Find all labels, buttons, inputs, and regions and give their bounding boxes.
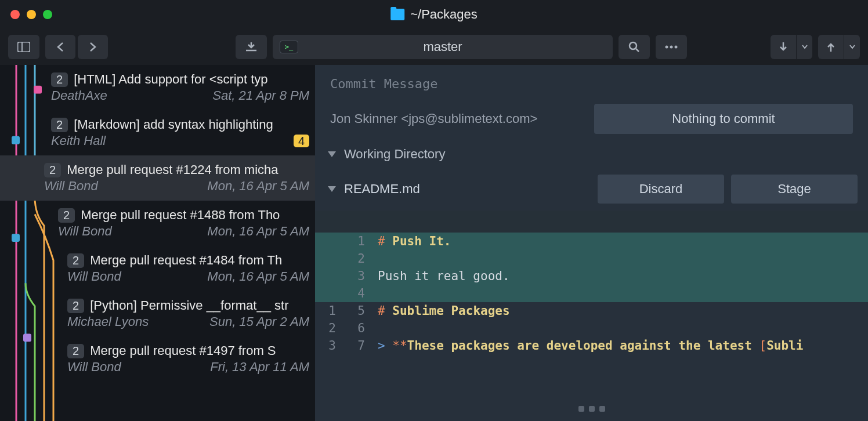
diff-line: 3Push it real good. xyxy=(315,267,868,285)
file-name: README.md xyxy=(344,182,420,197)
diff-line: 37> **These packages are developed again… xyxy=(315,337,868,354)
commit-time: Mon, 16 Apr 5 AM xyxy=(207,269,309,284)
back-button[interactable] xyxy=(45,35,75,59)
commit-author: Michael Lyons xyxy=(67,314,149,329)
commit-row[interactable]: 2[Markdown] add syntax highlightingKeith… xyxy=(0,110,315,155)
traffic-lights xyxy=(10,10,52,19)
commit-title-text: Merge pull request #1484 from Th xyxy=(90,253,282,268)
diff-view: 1# Push It.23Push it real good.415# Subl… xyxy=(315,233,868,354)
diff-hunk-header xyxy=(315,210,868,233)
commit-time: Sat, 21 Apr 8 PM xyxy=(212,88,309,103)
commit-row[interactable]: 2Merge pull request #1224 from michaWill… xyxy=(0,155,315,201)
titlebar: ~/Packages xyxy=(0,0,868,29)
commit-title-text: [HTML] Add support for <script typ xyxy=(74,72,267,87)
commit-author: Will Bond xyxy=(67,360,121,375)
commit-badge: 2 xyxy=(58,208,75,223)
minimize-window-button[interactable] xyxy=(27,10,36,19)
forward-button[interactable] xyxy=(78,35,108,59)
file-row[interactable]: README.md Discard Stage xyxy=(315,168,868,210)
commit-author: Will Bond xyxy=(44,179,98,194)
commit-title-text: Merge pull request #1224 from micha xyxy=(67,162,278,177)
svg-rect-0 xyxy=(18,42,30,52)
diff-line: 4 xyxy=(315,285,868,302)
sidebar-toggle-button[interactable] xyxy=(8,35,39,59)
commit-title-text: [Python] Permissive __format__ str xyxy=(90,298,288,313)
close-window-button[interactable] xyxy=(10,10,20,19)
diff-line: 26 xyxy=(315,320,868,337)
commit-badge: 2 xyxy=(44,163,61,177)
commit-title-text: [Markdown] add syntax highlighting xyxy=(74,117,273,132)
diff-line: 1# Push It. xyxy=(315,233,868,250)
maximize-window-button[interactable] xyxy=(43,10,52,19)
branch-selector[interactable]: >_ master xyxy=(273,35,613,59)
commit-time: Fri, 13 Apr 11 AM xyxy=(210,360,309,375)
pull-dropdown[interactable] xyxy=(796,35,812,59)
commit-row[interactable]: 2Merge pull request #1497 from SWill Bon… xyxy=(0,336,315,382)
commit-row[interactable]: 2Merge pull request #1484 from ThWill Bo… xyxy=(0,246,315,291)
commit-badge: 2 xyxy=(51,72,68,87)
commit-row[interactable]: 2[Python] Permissive __format__ strMicha… xyxy=(0,291,315,336)
pull-button[interactable] xyxy=(771,35,796,59)
svg-point-5 xyxy=(666,46,668,49)
svg-point-7 xyxy=(675,46,678,49)
folder-icon xyxy=(390,9,404,20)
commit-badge: 2 xyxy=(67,299,84,313)
commit-title-text: Merge pull request #1488 from Tho xyxy=(81,208,280,223)
commit-list-pane: 2[HTML] Add support for <script typDeath… xyxy=(0,65,315,421)
commit-time: Sun, 15 Apr 2 AM xyxy=(209,314,309,329)
commit-badge: 2 xyxy=(67,344,84,358)
commit-badge: 2 xyxy=(67,253,84,268)
more-button[interactable] xyxy=(656,35,687,59)
commit-badge: 2 xyxy=(51,118,68,132)
ahead-badge: 4 xyxy=(294,135,309,147)
terminal-icon: >_ xyxy=(280,41,298,53)
diff-line: 15# Sublime Packages xyxy=(315,302,868,320)
commit-message-label: Commit Message xyxy=(330,77,853,91)
chevron-down-icon xyxy=(328,151,336,157)
chevron-down-icon xyxy=(328,186,336,192)
commit-row[interactable]: 2[HTML] Add support for <script typDeath… xyxy=(0,65,315,110)
stage-button[interactable]: Stage xyxy=(731,175,858,204)
svg-line-4 xyxy=(636,49,639,52)
stash-button[interactable] xyxy=(236,35,267,59)
svg-point-3 xyxy=(630,42,636,49)
window-title-text: ~/Packages xyxy=(410,7,478,22)
push-button-group xyxy=(818,35,860,59)
commit-title-text: Merge pull request #1497 from S xyxy=(90,343,276,358)
svg-point-6 xyxy=(670,46,673,49)
push-button[interactable] xyxy=(818,35,844,59)
commit-button[interactable]: Nothing to commit xyxy=(594,104,853,134)
commit-author: Will Bond xyxy=(67,269,121,284)
search-button[interactable] xyxy=(619,35,650,59)
diff-line: 2 xyxy=(315,250,868,267)
commit-row[interactable]: 2Merge pull request #1488 from ThoWill B… xyxy=(0,201,315,246)
commit-author: DeathAxe xyxy=(51,88,107,103)
commit-time: Mon, 16 Apr 5 AM xyxy=(207,179,309,194)
commit-time: 4 xyxy=(294,133,309,148)
discard-button[interactable]: Discard xyxy=(598,175,724,204)
commit-author: Will Bond xyxy=(58,224,112,239)
commit-author: Keith Hall xyxy=(51,133,106,148)
working-directory-section[interactable]: Working Directory xyxy=(315,134,868,168)
push-dropdown[interactable] xyxy=(844,35,860,59)
resize-handle[interactable] xyxy=(578,397,605,421)
detail-pane: Commit Message Jon Skinner <jps@sublimet… xyxy=(315,65,868,421)
section-label: Working Directory xyxy=(344,147,445,162)
commit-time: Mon, 16 Apr 5 AM xyxy=(207,224,309,239)
pull-button-group xyxy=(771,35,812,59)
window-title: ~/Packages xyxy=(390,7,478,22)
branch-name: master xyxy=(423,39,462,55)
commit-author: Jon Skinner <jps@sublimetext.com> xyxy=(330,111,537,126)
toolbar: >_ master xyxy=(0,29,868,65)
